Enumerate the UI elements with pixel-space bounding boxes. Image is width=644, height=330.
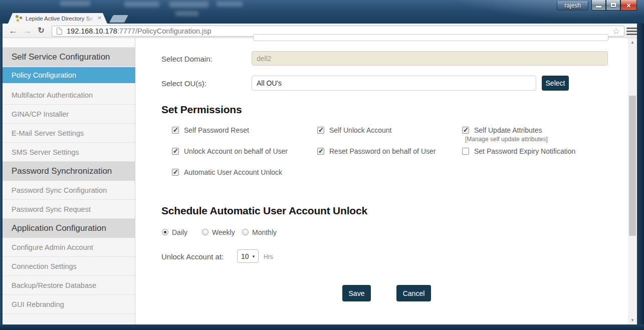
checkbox-label: Self Update Attributes <box>474 127 542 134</box>
minimize-button[interactable] <box>591 0 606 11</box>
maximize-icon <box>611 3 616 7</box>
checkbox-self-password-reset[interactable] <box>172 127 179 134</box>
window-frame-bottom <box>0 324 644 330</box>
checkbox-label: Automatic User Account Unlock <box>184 169 282 176</box>
checkbox-label: Self Unlock Account <box>329 127 392 134</box>
radio-daily[interactable] <box>162 229 168 235</box>
schedule-heading: Schedule Automatic User Account Unlock <box>161 205 367 217</box>
sidebar-header-application-configuration: Application Configuration <box>3 219 135 238</box>
radio-weekly[interactable] <box>202 229 208 235</box>
checkbox-self-unlock-account[interactable] <box>317 127 324 134</box>
reload-icon[interactable]: ↻ <box>34 24 48 37</box>
checkbox-label: Set Password Expiry Notification <box>474 148 575 155</box>
close-icon: × <box>626 2 631 9</box>
checkbox-self-update-attributes[interactable] <box>462 127 469 134</box>
minimize-icon <box>596 6 601 8</box>
desktop-artifact <box>60 1 90 6</box>
checkbox-unlock-on-behalf[interactable] <box>172 148 179 155</box>
manage-self-update-attributes-link[interactable]: [Manage self update attributes] <box>465 136 548 143</box>
unlock-account-at-label: Unlock Account at: <box>161 252 224 261</box>
checkbox-label: Reset Password on behalf of User <box>329 148 436 155</box>
window-caption-buttons: × <box>591 0 637 11</box>
sidebar-header-self-service: Self Service Configuration <box>3 48 135 67</box>
profile-user-button[interactable]: rajesh <box>557 1 588 11</box>
desktop-artifact <box>124 2 159 7</box>
select-ou-button[interactable]: Select <box>542 76 569 91</box>
sidebar-nav: Self Service Configuration Policy Config… <box>3 38 135 324</box>
url-path: :7777/PolicyConfiguration.jsp <box>117 27 211 35</box>
close-button[interactable]: × <box>620 0 637 11</box>
back-icon[interactable]: ← <box>6 24 20 37</box>
scrollbar-thumb[interactable] <box>629 96 636 236</box>
unlock-hour-dropdown[interactable]: 10 <box>238 250 258 262</box>
tab-close-icon[interactable]: × <box>96 15 103 22</box>
radio-label-weekly: Weekly <box>212 228 235 236</box>
sidebar-item-gina-cp-installer[interactable]: GINA/CP Installer <box>3 105 135 124</box>
tab-title-fade <box>85 13 94 24</box>
lepide-favicon-icon <box>15 15 23 22</box>
sidebar-item-email-server-settings[interactable]: E-Mail Server Settings <box>3 124 135 143</box>
sidebar-item-backup-restore-database[interactable]: Backup/Restore Database <box>3 276 135 295</box>
radio-monthly[interactable] <box>242 229 249 235</box>
unlock-hour-select[interactable]: 10 ▼ <box>237 249 259 263</box>
checkbox-label: Unlock Account on behalf of User <box>184 148 288 155</box>
desktop-artifact <box>175 11 198 16</box>
save-button[interactable]: Save <box>342 285 371 301</box>
set-permissions-heading: Set Permissions <box>161 104 242 116</box>
checkbox-label: Self Password Reset <box>184 127 249 134</box>
sidebar-item-policy-configuration[interactable]: Policy Configuration <box>3 67 135 83</box>
sidebar-item-sms-server-settings[interactable]: SMS Server Settings <box>3 143 135 162</box>
chrome-menu-icon[interactable] <box>626 26 637 36</box>
url-host: 192.168.10.178 <box>67 27 117 35</box>
checkbox-reset-on-behalf[interactable] <box>317 148 324 155</box>
url-text: 192.168.10.178:7777/PolicyConfiguration.… <box>67 27 211 35</box>
window-frame-left <box>0 24 3 330</box>
cancel-button[interactable]: Cancel <box>396 285 431 301</box>
hrs-unit-label: Hrs <box>264 253 273 260</box>
desktop-artifact <box>169 2 208 8</box>
sidebar-header-password-sync: Password Synchronization <box>3 162 135 181</box>
scrollbar-down-icon[interactable]: ▼ <box>628 316 637 324</box>
sidebar-item-multifactor-authentication[interactable]: Multifactor Authentication <box>3 86 135 105</box>
cutoff-field-above-fold <box>253 34 608 41</box>
radio-label-monthly: Monthly <box>252 228 277 236</box>
desktop-artifact <box>217 2 243 7</box>
select-ou-label: Select OU(s): <box>161 79 206 88</box>
browser-tab[interactable]: Lepide Active Directory Se × <box>8 13 107 24</box>
page-icon <box>57 28 62 35</box>
checkbox-password-expiry-notification[interactable] <box>462 148 469 155</box>
policy-configuration-content: Select Domain: Select OU(s): Select Set … <box>135 38 628 324</box>
sidebar-item-password-sync-configuration[interactable]: Password Sync Configuration <box>3 181 135 200</box>
sidebar-item-partial <box>3 38 135 48</box>
page-viewport: Self Service Configuration Policy Config… <box>3 38 637 324</box>
checkbox-automatic-user-account-unlock[interactable] <box>172 169 179 176</box>
select-domain-label: Select Domain: <box>161 55 212 63</box>
scrollbar-up-icon[interactable]: ▲ <box>628 38 637 47</box>
sidebar-item-configure-admin-account[interactable]: Configure Admin Account <box>3 238 135 257</box>
bookmark-star-icon[interactable]: ☆ <box>612 26 620 37</box>
radio-label-daily: Daily <box>172 228 187 236</box>
page-scrollbar[interactable]: ▲ ▼ <box>628 38 637 324</box>
ou-input[interactable] <box>252 76 536 91</box>
window-frame-right <box>637 24 644 330</box>
sidebar-item-gui-rebranding[interactable]: GUI Rebranding <box>3 295 135 314</box>
maximize-button[interactable] <box>606 0 620 11</box>
domain-input <box>252 51 608 66</box>
sidebar-item-password-sync-request[interactable]: Password Sync Request <box>3 200 135 219</box>
sidebar-item-connection-settings[interactable]: Connection Settings <box>3 257 135 276</box>
forward-icon[interactable]: → <box>20 24 34 37</box>
